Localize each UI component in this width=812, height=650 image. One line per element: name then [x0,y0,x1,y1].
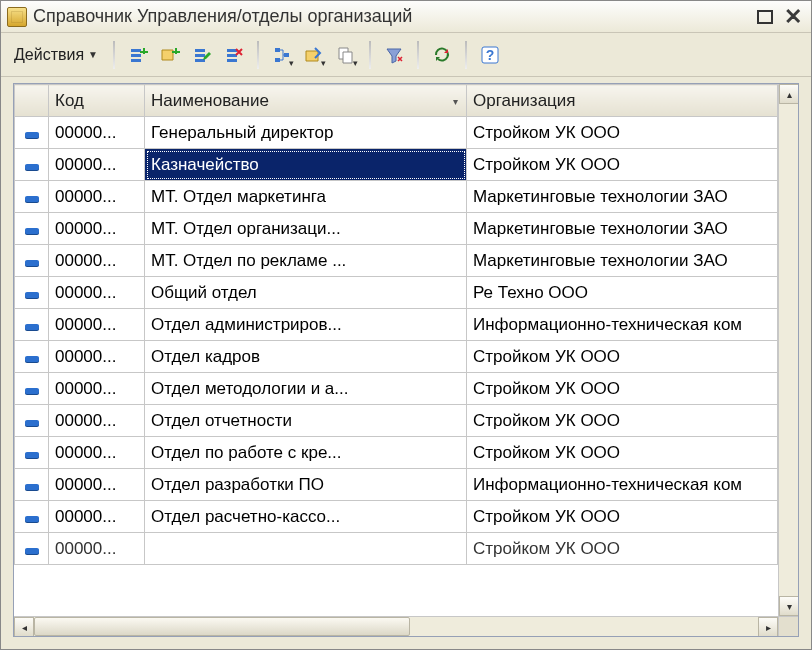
cell-org[interactable]: Информационно-техническая ком [467,469,778,501]
scroll-thumb[interactable] [34,617,410,636]
cell-org[interactable]: Стройком УК ООО [467,373,778,405]
cell-code[interactable]: 00000... [49,181,145,213]
cell-code[interactable]: 00000... [49,373,145,405]
cell-name[interactable]: Общий отдел [145,277,467,309]
cell-code[interactable]: 00000... [49,117,145,149]
scroll-track[interactable] [779,104,798,596]
svg-rect-6 [195,54,205,57]
cell-name[interactable]: Отдел методологии и а... [145,373,467,405]
cell-name[interactable] [145,533,467,565]
cell-org[interactable]: Стройком УК ООО [467,405,778,437]
grid-header-row: Код Наименование Организация [15,85,778,117]
table-row[interactable]: 00000...Отдел администриров...Информацио… [15,309,778,341]
copy-button[interactable] [331,40,361,70]
cell-org[interactable]: Стройком УК ООО [467,117,778,149]
cell-org[interactable]: Маркетинговые технологии ЗАО [467,181,778,213]
cell-code[interactable]: 00000... [49,341,145,373]
table-row[interactable]: 00000...Отдел методологии и а...Стройком… [15,373,778,405]
toolbar-separator [113,41,115,69]
add-group-button[interactable] [155,40,185,70]
cell-name[interactable]: МТ. Отдел по рекламе ... [145,245,467,277]
table-row[interactable]: 00000...Общий отделРе Техно ООО [15,277,778,309]
cell-code[interactable]: 00000... [49,245,145,277]
table-row[interactable]: 00000...Отдел по работе с кре...Стройком… [15,437,778,469]
table-row[interactable]: 00000...МТ. Отдел по рекламе ...Маркетин… [15,245,778,277]
cell-code[interactable]: 00000... [49,213,145,245]
svg-rect-12 [275,58,280,62]
actions-menu-button[interactable]: Действия ▼ [7,41,105,69]
row-item-icon [25,548,39,554]
refresh-button[interactable] [427,40,457,70]
table-row[interactable]: 00000...МТ. Отдел маркетингаМаркетинговы… [15,181,778,213]
edit-button[interactable] [187,40,217,70]
cell-code[interactable]: 00000... [49,533,145,565]
cell-org[interactable]: Стройком УК ООО [467,341,778,373]
scroll-down-button[interactable]: ▾ [779,596,798,616]
cell-name[interactable]: МТ. Отдел организаци... [145,213,467,245]
cell-org[interactable]: Стройком УК ООО [467,501,778,533]
move-to-group-button[interactable] [299,40,329,70]
cell-org[interactable]: Стройком УК ООО [467,149,778,181]
hierarchy-button[interactable] [267,40,297,70]
mark-delete-icon [224,45,244,65]
scroll-track[interactable] [34,617,758,636]
table-row[interactable]: 00000...Отдел разработки ПОИнформационно… [15,469,778,501]
table-row[interactable]: 00000...МТ. Отдел организаци...Маркетинг… [15,213,778,245]
cell-org[interactable]: Ре Техно ООО [467,277,778,309]
scroll-right-button[interactable]: ▸ [758,617,778,637]
close-button[interactable]: ✕ [781,6,805,28]
mark-delete-button[interactable] [219,40,249,70]
toolbar: Действия ▼ [1,33,811,77]
table-row[interactable]: 00000...Генеральный директорСтройком УК … [15,117,778,149]
maximize-icon [757,10,773,24]
row-marker-cell [15,277,49,309]
cell-name[interactable]: Отдел отчетности [145,405,467,437]
row-item-icon [25,292,39,298]
cell-code[interactable]: 00000... [49,437,145,469]
col-header-code[interactable]: Код [49,85,145,117]
cell-org[interactable]: Информационно-техническая ком [467,309,778,341]
vertical-scrollbar[interactable]: ▴ ▾ [778,84,798,616]
col-header-name[interactable]: Наименование [145,85,467,117]
app-window: Справочник Управления/отделы организаций… [0,0,812,650]
col-header-icon[interactable] [15,85,49,117]
cell-org[interactable]: Стройком УК ООО [467,437,778,469]
row-item-icon [25,324,39,330]
table-row[interactable]: 00000...Отдел отчетностиСтройком УК ООО [15,405,778,437]
scroll-up-button[interactable]: ▴ [779,84,798,104]
svg-rect-8 [227,49,237,52]
cell-code[interactable]: 00000... [49,405,145,437]
filter-button[interactable] [379,40,409,70]
cell-name[interactable]: Отдел кадров [145,341,467,373]
horizontal-scrollbar[interactable]: ◂ ▸ [14,616,798,636]
help-button[interactable]: ? [475,40,505,70]
table-row[interactable]: 00000...Стройком УК ООО [15,533,778,565]
cell-name[interactable]: МТ. Отдел маркетинга [145,181,467,213]
cell-org[interactable]: Стройком УК ООО [467,533,778,565]
maximize-button[interactable] [753,6,777,28]
cell-org[interactable]: Маркетинговые технологии ЗАО [467,245,778,277]
cell-code[interactable]: 00000... [49,149,145,181]
cell-name[interactable]: Отдел разработки ПО [145,469,467,501]
grid-table[interactable]: Код Наименование Организация 00000...Ген… [14,84,778,565]
data-grid: Код Наименование Организация 00000...Ген… [13,83,799,637]
cell-code[interactable]: 00000... [49,277,145,309]
cell-code[interactable]: 00000... [49,501,145,533]
cell-name[interactable]: Отдел расчетно-кассо... [145,501,467,533]
cell-code[interactable]: 00000... [49,309,145,341]
col-header-org[interactable]: Организация [467,85,778,117]
toolbar-separator [257,41,259,69]
cell-name[interactable]: Казначейство [145,149,467,181]
svg-rect-10 [227,59,237,62]
cell-name[interactable]: Отдел по работе с кре... [145,437,467,469]
toolbar-separator [465,41,467,69]
table-row[interactable]: 00000...КазначействоСтройком УК ООО [15,149,778,181]
add-button[interactable] [123,40,153,70]
cell-code[interactable]: 00000... [49,469,145,501]
cell-org[interactable]: Маркетинговые технологии ЗАО [467,213,778,245]
cell-name[interactable]: Генеральный директор [145,117,467,149]
cell-name[interactable]: Отдел администриров... [145,309,467,341]
scroll-left-button[interactable]: ◂ [14,617,34,637]
table-row[interactable]: 00000...Отдел кадровСтройком УК ООО [15,341,778,373]
table-row[interactable]: 00000...Отдел расчетно-кассо...Стройком … [15,501,778,533]
